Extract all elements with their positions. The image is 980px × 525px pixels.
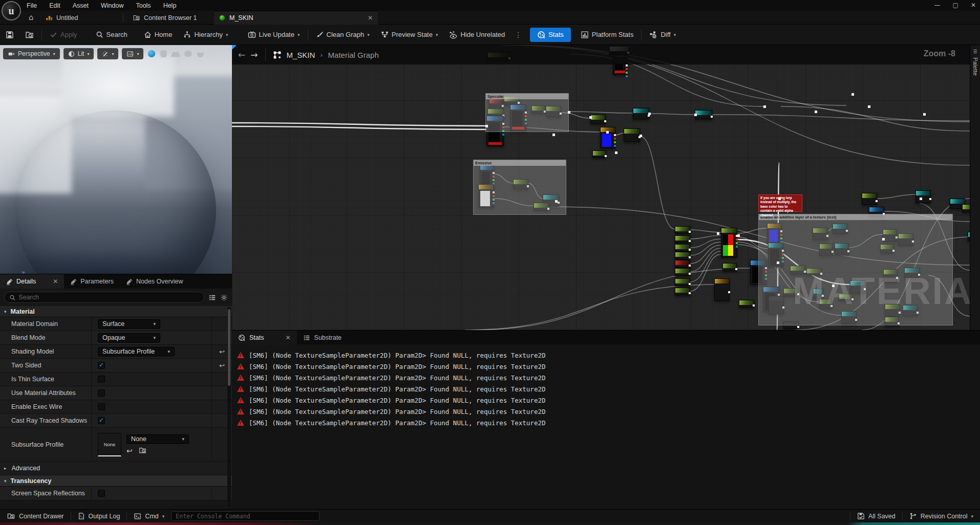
shape-teapot-button[interactable]: [197, 50, 204, 57]
menu-file[interactable]: File: [27, 2, 37, 9]
graph-node[interactable]: [675, 288, 690, 295]
screen-space-reflections-checkbox[interactable]: [98, 490, 105, 497]
tab-content-browser[interactable]: Content Browser 1: [128, 11, 202, 25]
graph-node[interactable]: [675, 252, 690, 259]
hierarchy-button[interactable]: Hierarchy▾: [178, 25, 233, 45]
graph-node[interactable]: [962, 204, 970, 212]
browse-button[interactable]: [19, 25, 39, 45]
stats-error-message[interactable]: [SM6] (Node TextureSampleParameter2D) Pa…: [237, 372, 980, 383]
clean-graph-button[interactable]: Clean Graph▾: [310, 25, 375, 45]
stats-error-message[interactable]: [SM6] (Node TextureSampleParameter2D) Pa…: [237, 383, 980, 395]
menu-tools[interactable]: Tools: [136, 2, 151, 9]
menu-window[interactable]: Window: [101, 2, 123, 9]
shape-cylinder-button[interactable]: [160, 50, 167, 57]
graph-node[interactable]: [675, 226, 690, 234]
material-graph-canvas[interactable]: SpecularEmissiveEnable an additive layer…: [232, 45, 970, 330]
live-update-button[interactable]: Live Update▾: [242, 25, 306, 45]
section-translucency[interactable]: ▾ Translucency: [0, 475, 232, 487]
shading-model-dropdown[interactable]: Subsurface Profile▾: [98, 347, 175, 357]
tab-stats[interactable]: Stats ✕: [232, 331, 297, 344]
tab-close-icon[interactable]: ✕: [53, 278, 58, 285]
subsurface-profile-dropdown[interactable]: None▾: [126, 434, 189, 444]
browse-to-asset-icon[interactable]: [139, 447, 146, 454]
console-command-input[interactable]: [171, 511, 319, 521]
shape-cube-button[interactable]: [184, 50, 191, 57]
tab-untitled[interactable]: Untitled: [41, 11, 83, 25]
section-material[interactable]: ▾ Material: [0, 306, 232, 317]
tab-close-icon[interactable]: ✕: [286, 334, 291, 341]
use-selected-asset-icon[interactable]: ↩: [126, 447, 133, 455]
diff-button[interactable]: Diff▾: [644, 25, 681, 45]
enable-exec-wire-checkbox[interactable]: [98, 403, 105, 410]
preview-viewport[interactable]: Perspective▾ Lit▾ ▾ ▾: [0, 45, 232, 274]
palette-sidebar-tab[interactable]: ☰ Palette: [970, 45, 980, 330]
graph-node[interactable]: [862, 193, 877, 205]
search-button[interactable]: Search: [90, 25, 133, 45]
shape-sphere-button[interactable]: [148, 50, 155, 57]
apply-button[interactable]: Apply: [44, 25, 83, 45]
graph-node[interactable]: [675, 268, 690, 276]
graph-node[interactable]: [675, 235, 690, 243]
tab-substrate[interactable]: Substrate: [297, 331, 348, 344]
breadcrumb-asset[interactable]: M_SKIN: [287, 51, 315, 59]
graph-node[interactable]: [675, 260, 690, 268]
menu-edit[interactable]: Edit: [49, 2, 60, 9]
unreal-logo[interactable]: u: [2, 1, 21, 20]
stats-error-message[interactable]: [SM6] (Node TextureSampleParameter2D) Pa…: [237, 395, 980, 406]
graph-node[interactable]: [675, 278, 690, 286]
comment-box[interactable]: Emissive: [473, 160, 566, 215]
two-sided-checkbox[interactable]: [98, 362, 105, 369]
forward-arrow-icon[interactable]: →: [250, 50, 258, 60]
stats-error-message[interactable]: [SM6] (Node TextureSampleParameter2D) Pa…: [237, 361, 980, 372]
use-material-attributes-checkbox[interactable]: [98, 389, 105, 397]
material-domain-dropdown[interactable]: Surface▾: [98, 319, 160, 329]
minimize-button[interactable]: —: [934, 2, 941, 9]
graph-node[interactable]: [695, 110, 712, 119]
hide-unrelated-button[interactable]: Hide Unrelated: [443, 25, 510, 45]
content-drawer-button[interactable]: Content Drawer: [0, 510, 71, 522]
subsurface-profile-thumbnail[interactable]: None: [98, 433, 121, 456]
graph-node[interactable]: [633, 108, 649, 119]
show-settings-dropdown[interactable]: ▾: [122, 48, 143, 59]
graph-node[interactable]: [590, 115, 606, 124]
close-button[interactable]: ✕: [971, 2, 976, 9]
is-thin-surface-checkbox[interactable]: [98, 376, 105, 383]
graph-node[interactable]: [722, 263, 737, 271]
menu-asset[interactable]: Asset: [73, 2, 89, 9]
search-input[interactable]: [18, 294, 199, 301]
display-filter-icon[interactable]: [208, 294, 216, 301]
home-button[interactable]: Home: [138, 25, 178, 45]
blend-mode-dropdown[interactable]: Opaque▾: [98, 333, 160, 343]
tab-m-skin[interactable]: M_SKIN ✕: [214, 11, 378, 25]
platform-stats-button[interactable]: Platform Stats: [575, 25, 640, 45]
home-icon[interactable]: ⌂: [29, 13, 34, 22]
stats-toggle-button[interactable]: Stats: [530, 28, 571, 42]
graph-node[interactable]: [675, 244, 690, 252]
settings-gear-icon[interactable]: [220, 294, 228, 301]
menu-help[interactable]: Help: [163, 2, 177, 9]
search-box[interactable]: [4, 292, 204, 303]
cmd-dropdown[interactable]: Cmd ▾: [127, 510, 171, 522]
shape-plane-button[interactable]: [171, 52, 181, 57]
graph-node[interactable]: [600, 127, 615, 148]
maximize-button[interactable]: ▢: [953, 2, 958, 9]
graph-node[interactable]: [739, 300, 754, 308]
graph-node[interactable]: [714, 278, 730, 301]
section-advanced[interactable]: ▸ Advanced: [0, 462, 232, 475]
stats-error-message[interactable]: [SM6] (Node TextureSampleParameter2D) Pa…: [237, 417, 980, 428]
breadcrumb-page[interactable]: Material Graph: [328, 51, 379, 59]
save-button[interactable]: [0, 25, 19, 45]
all-saved-indicator[interactable]: All Saved: [850, 510, 902, 522]
tab-parameters[interactable]: Parameters: [64, 274, 120, 289]
cast-ray-traced-shadows-checkbox[interactable]: [98, 417, 105, 424]
graph-node[interactable]: [721, 228, 737, 257]
tab-details[interactable]: Details ✕: [0, 274, 64, 289]
tab-close-icon[interactable]: ✕: [368, 14, 373, 21]
graph-node[interactable]: [592, 150, 606, 158]
tab-nodes-overview[interactable]: Nodes Overview: [120, 274, 189, 289]
graph-node[interactable]: [624, 128, 640, 142]
lit-dropdown[interactable]: Lit▾: [63, 48, 94, 59]
preview-state-button[interactable]: Preview State▾: [375, 25, 444, 45]
overflow-menu-icon[interactable]: ⋮: [510, 31, 526, 39]
stats-error-message[interactable]: [SM6] (Node TextureSampleParameter2D) Pa…: [237, 349, 980, 361]
